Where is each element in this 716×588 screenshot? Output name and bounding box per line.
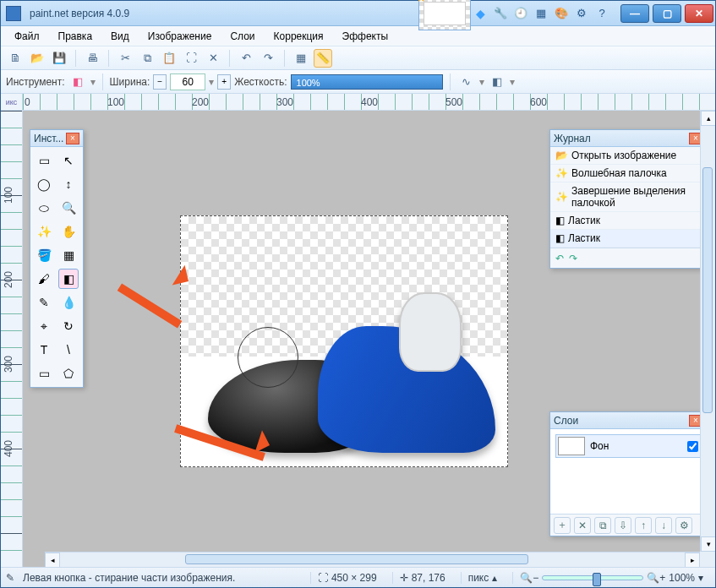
scroll-up-icon[interactable]: ▴ <box>701 111 715 126</box>
dims-icon: ⛶ <box>318 572 328 584</box>
history-row[interactable]: 📂Открыть изображение <box>550 147 706 165</box>
picker-icon[interactable]: 💧 <box>58 292 79 313</box>
paste-icon[interactable]: 📋 <box>160 49 178 68</box>
layer-delete-icon[interactable]: ✕ <box>574 517 591 534</box>
crop-icon[interactable]: ⛶ <box>182 49 200 68</box>
zoom-in-icon[interactable]: 🔍+ <box>647 572 665 584</box>
new-icon[interactable]: 🗎 <box>6 49 25 68</box>
brush-icon[interactable]: 🖌 <box>34 269 54 289</box>
redo-icon[interactable]: ↷ <box>259 49 277 68</box>
zoom-out-icon[interactable]: 🔍− <box>520 572 538 584</box>
layers-panel[interactable]: Слои× Фон ＋ ✕ ⧉ ⇩ ↑ ↓ ⚙ <box>549 411 707 536</box>
ruler-icon[interactable]: 📏 <box>314 49 332 68</box>
menu-file[interactable]: Файл <box>6 28 48 45</box>
width-label: Ширина: <box>110 76 150 88</box>
titlebar: paint.net версия 4.0.9 ★ ◆ 🔧 🕘 ▦ 🎨 ⚙ ? —… <box>1 1 715 26</box>
menu-edit[interactable]: Правка <box>50 28 101 45</box>
scroll-left-icon[interactable]: ◂ <box>45 553 60 567</box>
zoom-slider[interactable] <box>542 575 643 580</box>
text-icon[interactable]: T <box>34 340 54 360</box>
width-decrease[interactable]: − <box>153 74 167 90</box>
move-selection-icon[interactable]: ↖ <box>58 150 79 171</box>
history-row[interactable]: ✨Завершение выделения палочкой <box>550 182 706 212</box>
settings-icon[interactable]: ⚙ <box>573 5 590 22</box>
layer-merge-icon[interactable]: ⇩ <box>615 517 631 534</box>
magic-wand-icon[interactable]: ✨ <box>34 221 54 242</box>
vertical-scrollbar[interactable]: ▴ ▾ <box>700 111 715 552</box>
minimize-button[interactable]: — <box>620 4 649 23</box>
close-button[interactable]: ✕ <box>685 4 713 23</box>
layers-window-icon[interactable]: ▦ <box>533 5 549 22</box>
menu-effects[interactable]: Эффекты <box>334 28 397 45</box>
menu-layers[interactable]: Слои <box>221 28 263 45</box>
scroll-thumb-v[interactable] <box>702 167 713 414</box>
print-icon[interactable]: 🖶 <box>83 49 101 68</box>
layer-label: Фон <box>590 440 609 452</box>
layer-add-icon[interactable]: ＋ <box>554 517 571 534</box>
layer-props-icon[interactable]: ⚙ <box>675 517 692 534</box>
open-icon[interactable]: 📂 <box>28 49 46 68</box>
history-row[interactable]: ✨Волшебная палочка <box>550 165 706 182</box>
ellipse-select-icon[interactable]: ⬭ <box>34 198 54 218</box>
gradient-icon[interactable]: ▦ <box>58 245 79 265</box>
layer-up-icon[interactable]: ↑ <box>635 517 652 534</box>
copy-icon[interactable]: ⧉ <box>138 49 156 68</box>
colors-window-icon[interactable]: 🎨 <box>553 5 570 22</box>
hardness-slider[interactable]: 100% <box>291 74 443 90</box>
pan-icon[interactable]: ✋ <box>58 221 79 242</box>
layer-down-icon[interactable]: ↓ <box>655 517 672 534</box>
history-item-icon: ✨ <box>555 167 568 179</box>
history-redo-icon[interactable]: ↷ <box>569 253 577 264</box>
tools-panel[interactable]: Инст...× ▭↖◯↕⬭🔍✨✋🪣▦🖌◧✎💧⌖↻T\▭⬠ <box>30 129 84 388</box>
save-icon[interactable]: 💾 <box>50 49 68 68</box>
undo-icon[interactable]: ↶ <box>237 49 255 68</box>
clone-icon[interactable]: ⌖ <box>34 316 54 336</box>
line-icon[interactable]: \ <box>58 340 79 360</box>
history-row[interactable]: ◧Ластик <box>550 230 706 248</box>
cut-icon[interactable]: ✂ <box>116 49 134 68</box>
lasso-icon[interactable]: ◯ <box>34 174 54 194</box>
statusbar: ✎ Левая кнопка - стирание части изображе… <box>1 567 715 587</box>
rect-icon[interactable]: ▭ <box>34 363 54 384</box>
current-tool-eraser-icon[interactable]: ◧ <box>68 73 87 91</box>
horizontal-scrollbar[interactable]: ◂ ▸ <box>45 552 700 567</box>
tools-panel-close[interactable]: × <box>66 133 79 144</box>
zoom-icon[interactable]: 🔍 <box>58 198 79 218</box>
rect-select-icon[interactable]: ▭ <box>34 150 54 171</box>
status-unit[interactable]: пикс <box>468 572 489 584</box>
status-hint: Левая кнопка - стирание части изображени… <box>23 572 302 584</box>
layer-row[interactable]: Фон <box>555 434 701 458</box>
help-icon[interactable]: ? <box>593 5 610 22</box>
canvas-area[interactable]: Инст...× ▭↖◯↕⬭🔍✨✋🪣▦🖌◧✎💧⌖↻T\▭⬠ Журнал× 📂О… <box>23 111 715 567</box>
scroll-right-icon[interactable]: ▸ <box>685 553 700 567</box>
width-input[interactable]: 60 <box>170 74 205 90</box>
fill-icon[interactable]: 🪣 <box>34 245 54 265</box>
antialias-icon[interactable]: ∿ <box>457 73 476 91</box>
history-panel[interactable]: Журнал× 📂Открыть изображение✨Волшебная п… <box>549 129 707 269</box>
menu-view[interactable]: Вид <box>102 28 138 45</box>
menu-image[interactable]: Изображение <box>139 28 221 45</box>
shapes-icon[interactable]: ⬠ <box>58 363 79 384</box>
scroll-down-icon[interactable]: ▾ <box>701 536 715 552</box>
menu-adjust[interactable]: Коррекция <box>265 28 332 45</box>
recolor-icon[interactable]: ↻ <box>58 316 79 336</box>
ruler-unit-label: икс <box>1 94 23 110</box>
layer-duplicate-icon[interactable]: ⧉ <box>594 517 611 534</box>
eraser-icon[interactable]: ◧ <box>58 269 79 289</box>
history-window-icon[interactable]: 🕘 <box>512 5 529 22</box>
tool-window-icon[interactable]: 🔧 <box>492 5 509 22</box>
move-icon[interactable]: ↕ <box>58 174 79 194</box>
grid-icon[interactable]: ▦ <box>292 49 310 68</box>
pencil-icon[interactable]: ✎ <box>34 292 54 313</box>
history-item-label: Завершение выделения палочкой <box>571 185 701 209</box>
history-undo-icon[interactable]: ↶ <box>555 253 564 264</box>
history-row[interactable]: ◧Ластик <box>550 212 706 230</box>
scroll-thumb-h[interactable] <box>185 554 528 564</box>
blend-icon[interactable]: ◧ <box>488 73 506 91</box>
width-increase[interactable]: + <box>217 74 231 90</box>
layer-visible-checkbox[interactable] <box>687 441 698 452</box>
document-thumbnail[interactable]: ★ <box>418 0 471 30</box>
maximize-button[interactable]: ▢ <box>653 4 681 23</box>
deselect-icon[interactable]: ✕ <box>204 49 222 68</box>
eraser-cursor <box>238 327 298 388</box>
